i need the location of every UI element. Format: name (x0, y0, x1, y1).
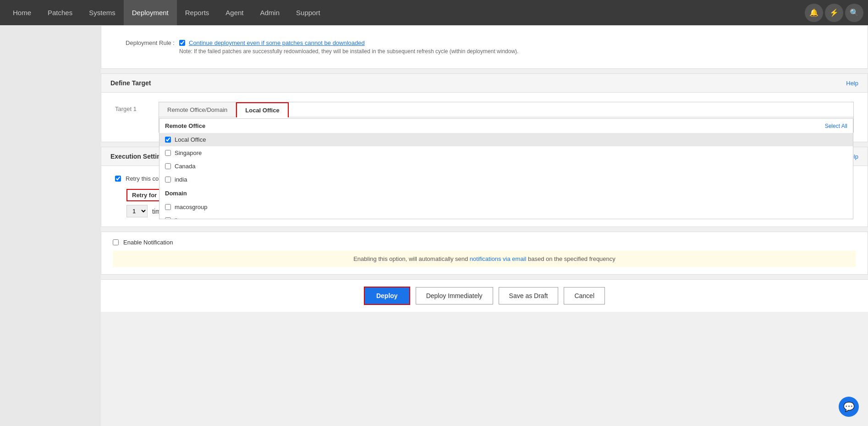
nav-patches[interactable]: Patches (39, 0, 81, 25)
nav-deployment[interactable]: Deployment (124, 0, 177, 25)
dropdown-item-canada[interactable]: Canada (159, 160, 853, 173)
search-icon[interactable]: 🔍 (845, 4, 863, 22)
notification-checkbox[interactable] (113, 239, 119, 245)
checkbox-macosgroup[interactable] (165, 204, 171, 210)
define-target-title: Define Target (110, 79, 151, 87)
target-tabs: Remote Office/Domain Local Office (159, 102, 853, 117)
deploy-button[interactable]: Deploy (364, 287, 410, 305)
dropdown-overlay: Remote Office Select All Local Office Si… (159, 118, 853, 219)
nav-icons: 🔔 ⚡ 🔍 (805, 4, 863, 22)
deploy-immediately-button[interactable]: Deploy Immediately (416, 287, 493, 304)
deployment-rule-section: Deployment Rule : Continue deployment ev… (101, 25, 868, 69)
nav-agent[interactable]: Agent (217, 0, 252, 25)
checkbox-canada[interactable] (165, 163, 171, 169)
dropdown-item-india[interactable]: india (159, 173, 853, 186)
dropdown-item-local-office[interactable]: Local Office (159, 133, 853, 146)
target-config: Remote Office/Domain Local Office ▼ ↺ + … (159, 102, 854, 133)
nav-reports[interactable]: Reports (177, 0, 218, 25)
deployment-rule-label: Deployment Rule : (115, 39, 175, 46)
target-label: Target 1 (115, 102, 152, 112)
tab-local-office[interactable]: Local Office (236, 102, 288, 117)
notif-link[interactable]: notifications via email (470, 255, 527, 262)
footer-bar: Deploy Deploy Immediately Save as Draft … (101, 279, 868, 312)
checkbox-singapore[interactable] (165, 150, 171, 156)
page-layout: Deployment Rule : Continue deployment ev… (0, 25, 868, 426)
notif-note-end: based on the specified frequency (526, 255, 615, 262)
notification-label: Enable Notification (123, 239, 173, 246)
main-content: Deployment Rule : Continue deployment ev… (101, 25, 868, 426)
define-target-section: Define Target Help Target 1 Remote Offic… (101, 73, 868, 142)
dropdown-item-singapore[interactable]: Singapore (159, 146, 853, 160)
nav-support[interactable]: Support (288, 0, 329, 25)
deployment-rule-check: Continue deployment even if some patches… (179, 39, 854, 46)
tab-remote-office[interactable]: Remote Office/Domain (159, 102, 236, 117)
retry-for-label: Retry for (126, 189, 162, 201)
dropdown-domain-title: Domain (159, 186, 853, 200)
deployment-rule-checkbox[interactable] (179, 40, 185, 46)
dropdown-remote-title: Remote Office Select All (159, 119, 853, 133)
deployment-rule-text: Continue deployment even if some patches… (189, 39, 365, 46)
select-all-link[interactable]: Select All (825, 123, 847, 129)
notification-row: Enable Notification (113, 239, 856, 246)
checkbox-local-office[interactable] (165, 137, 171, 143)
save-as-draft-button[interactable]: Save as Draft (499, 287, 559, 304)
notification-note: Enabling this option, will automatically… (113, 250, 856, 267)
notif-note-start: Enabling this option, will automatically… (353, 255, 470, 262)
chat-bubble[interactable]: 💬 (839, 397, 859, 417)
notification-icon[interactable]: 🔔 (805, 4, 823, 22)
deployment-rule-note: Note: If the failed patches are successf… (179, 48, 854, 55)
define-target-body: Target 1 Remote Office/Domain Local Offi… (101, 93, 868, 142)
nav-systems[interactable]: Systems (81, 0, 124, 25)
notification-body: Enable Notification Enabling this option… (101, 232, 868, 274)
deployment-rule-row: Deployment Rule : Continue deployment ev… (115, 35, 854, 59)
retry-checkbox[interactable] (115, 176, 121, 182)
deployment-rule-content: Continue deployment even if some patches… (179, 39, 854, 55)
refresh-select[interactable]: 1 2 3 4 5 (126, 205, 148, 217)
cancel-button[interactable]: Cancel (564, 287, 605, 304)
notification-section: Enable Notification Enabling this option… (101, 232, 868, 275)
define-target-help[interactable]: Help (846, 80, 858, 87)
checkbox-india[interactable] (165, 177, 171, 183)
navbar: Home Patches Systems Deployment Reports … (0, 0, 868, 25)
target-row: Target 1 Remote Office/Domain Local Offi… (115, 102, 854, 133)
nav-admin[interactable]: Admin (252, 0, 288, 25)
sidebar (0, 25, 101, 426)
dropdown-item-macosgroup[interactable]: macosgroup (159, 200, 853, 214)
checkbox-linuxosgroup[interactable] (165, 217, 171, 219)
dropdown-item-linuxosgroup[interactable]: linuxosgroup (159, 214, 853, 219)
nav-home[interactable]: Home (5, 0, 39, 25)
deployment-rule-body: Deployment Rule : Continue deployment ev… (101, 26, 868, 68)
define-target-header: Define Target Help (101, 74, 868, 93)
lightning-icon[interactable]: ⚡ (825, 4, 843, 22)
